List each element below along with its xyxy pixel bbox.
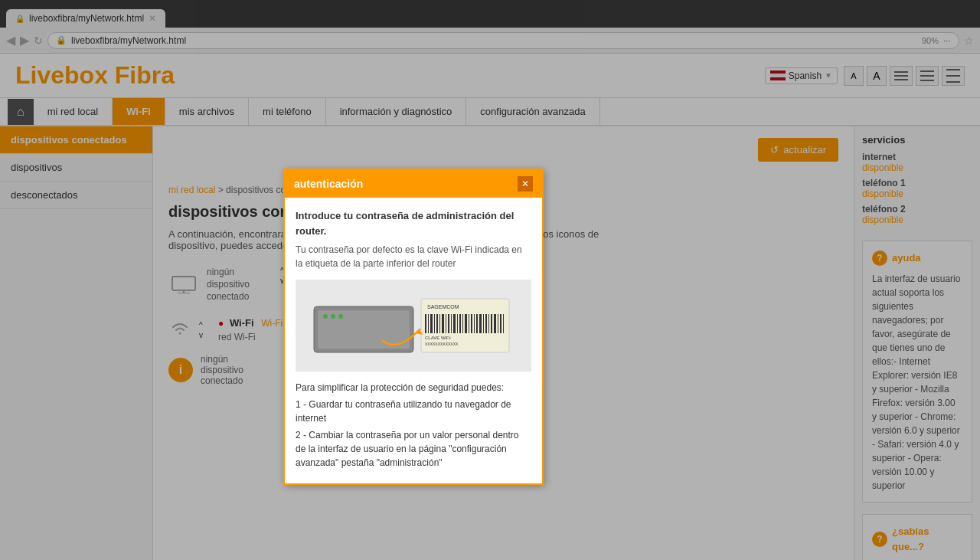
modal-intro: Introduce tu contraseña de administració… <box>296 208 531 238</box>
modal-tip1: 1 - Guardar tu contraseña utilizando tu … <box>296 398 531 425</box>
svg-rect-25 <box>442 314 444 333</box>
svg-rect-26 <box>446 314 446 333</box>
svg-rect-28 <box>451 314 452 333</box>
modal-footer-text: Para simplificar la protección de seguri… <box>296 381 531 470</box>
svg-rect-31 <box>459 314 461 333</box>
svg-point-14 <box>323 314 328 319</box>
svg-rect-32 <box>462 314 463 333</box>
svg-rect-46 <box>503 314 504 333</box>
modal-tip-intro: Para simplificar la protección de seguri… <box>296 381 531 395</box>
svg-rect-43 <box>494 314 496 333</box>
modal-tip2: 2 - Cambiar la contraseña por un valor p… <box>296 428 531 470</box>
modal-close-button[interactable]: ✕ <box>518 176 533 192</box>
svg-rect-27 <box>448 314 449 333</box>
modal-body: Introduce tu contraseña de administració… <box>285 198 542 483</box>
svg-rect-34 <box>469 314 469 333</box>
svg-point-16 <box>338 314 343 319</box>
svg-rect-42 <box>491 314 492 333</box>
svg-rect-45 <box>500 314 501 333</box>
modal-header: autenticación ✕ <box>285 170 542 198</box>
svg-rect-39 <box>483 314 484 333</box>
svg-rect-23 <box>436 314 438 333</box>
svg-rect-33 <box>465 314 467 333</box>
modal-overlay[interactable]: autenticación ✕ Introduce tu contraseña … <box>0 0 980 560</box>
svg-rect-30 <box>457 314 458 333</box>
authentication-modal: autenticación ✕ Introduce tu contraseña … <box>283 169 544 485</box>
svg-rect-29 <box>453 314 456 333</box>
svg-rect-37 <box>476 314 478 333</box>
svg-rect-24 <box>439 314 440 333</box>
svg-rect-35 <box>471 314 472 333</box>
router-svg: SAGEMCOM <box>306 287 521 364</box>
modal-title: autenticación <box>294 178 363 190</box>
svg-text:CLAVE WiFi:: CLAVE WiFi: <box>425 336 452 340</box>
modal-sub: Tu contraseña por defecto es la clave Wi… <box>296 243 531 270</box>
svg-rect-44 <box>498 314 498 333</box>
svg-rect-40 <box>485 314 487 333</box>
svg-text:SAGEMCOM: SAGEMCOM <box>427 304 459 309</box>
svg-rect-22 <box>434 314 435 333</box>
svg-rect-41 <box>488 314 489 333</box>
svg-point-15 <box>331 314 335 319</box>
svg-text:XXXXXXXXXXXXX: XXXXXXXXXXXXX <box>425 342 459 346</box>
router-image: SAGEMCOM <box>296 280 531 372</box>
svg-rect-21 <box>430 314 433 333</box>
svg-rect-38 <box>479 314 482 333</box>
svg-rect-19 <box>425 314 426 333</box>
svg-rect-20 <box>428 314 429 333</box>
svg-rect-36 <box>474 314 475 333</box>
